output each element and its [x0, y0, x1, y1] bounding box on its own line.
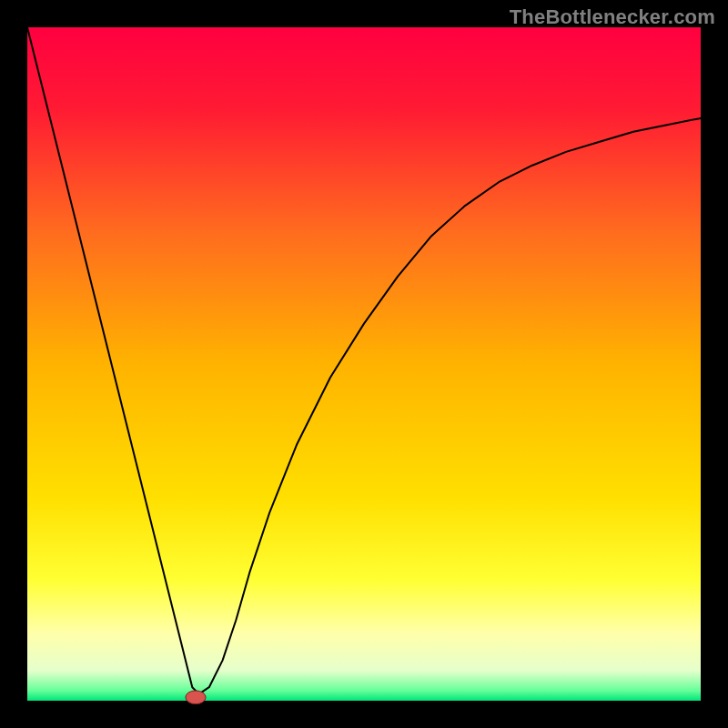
marker-optimal-point	[186, 691, 206, 704]
chart-frame: TheBottlenecker.com	[0, 0, 728, 728]
gradient-background	[27, 27, 701, 701]
attribution-label: TheBottlenecker.com	[510, 5, 715, 29]
bottleneck-chart	[0, 0, 728, 728]
